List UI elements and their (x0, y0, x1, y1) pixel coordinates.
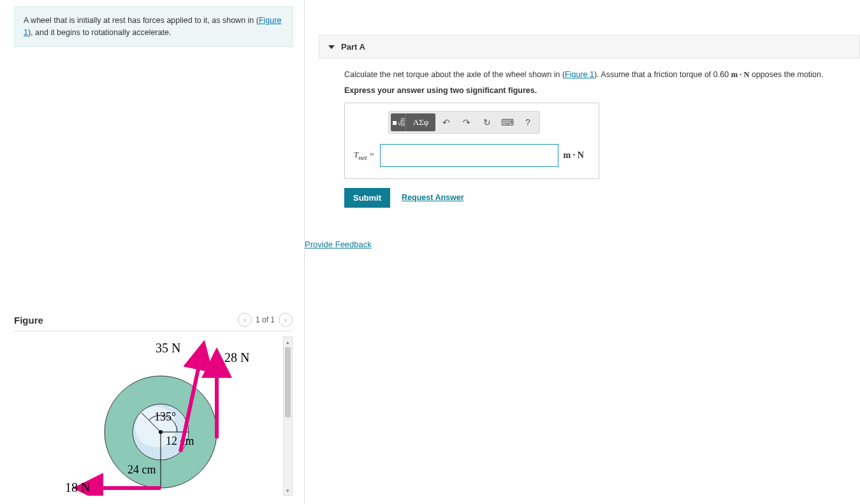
equation-toolbar: √ ΑΣφ ↶ ↷ ↻ ⌨ ? (388, 111, 540, 134)
answer-panel: √ ΑΣφ ↶ ↷ ↻ ⌨ ? Tnet = (344, 103, 599, 179)
part-title: Part A (341, 42, 365, 52)
problem-statement: A wheel that is initially at rest has fo… (14, 6, 293, 47)
collapse-caret-icon (328, 45, 335, 49)
scroll-down-icon[interactable]: ▾ (284, 486, 292, 495)
undo-button[interactable]: ↶ (437, 113, 456, 131)
figure-nav: ‹ 1 of 1 › (238, 313, 293, 327)
part-a-header[interactable]: Part A (319, 35, 860, 59)
answer-input[interactable] (380, 144, 558, 167)
reset-button[interactable]: ↻ (477, 113, 497, 131)
figure-next-button[interactable]: › (279, 313, 293, 327)
force-35-label: 35 N (156, 341, 180, 355)
force-28-label: 28 N (224, 350, 249, 364)
answer-unit: m · N (564, 150, 584, 161)
redo-button[interactable]: ↷ (457, 113, 476, 131)
figure-scrollbar[interactable]: ▴ ▾ (283, 336, 293, 496)
request-answer-link[interactable]: Request Answer (402, 193, 463, 202)
templates-icon: √ (392, 117, 405, 127)
wheel-diagram: 24 cm 12 cm 135° 35 N (46, 336, 275, 496)
figure-counter: 1 of 1 (256, 315, 275, 324)
problem-text-before: A wheel that is initially at rest has fo… (24, 16, 259, 25)
figure-panel: Figure ‹ 1 of 1 › (14, 313, 293, 504)
figure-link-2[interactable]: Figure 1 (565, 70, 594, 79)
angle-label: 135° (154, 410, 176, 423)
submit-button[interactable]: Submit (344, 188, 390, 208)
svg-rect-12 (402, 119, 404, 121)
question-text: Calculate the net torque about the axle … (344, 69, 851, 81)
keyboard-button[interactable]: ⌨ (498, 113, 517, 131)
figure-prev-button[interactable]: ‹ (238, 313, 252, 327)
answer-variable-label: Tnet = (354, 150, 375, 161)
outer-radius-label: 24 cm (128, 463, 156, 476)
scroll-up-icon[interactable]: ▴ (284, 337, 292, 347)
svg-rect-10 (393, 121, 397, 125)
force-18-label: 18 N (65, 480, 90, 494)
help-button[interactable]: ? (518, 113, 537, 131)
problem-text-after: ), and it begins to rotationally acceler… (28, 28, 171, 37)
scroll-thumb[interactable] (285, 347, 291, 417)
provide-feedback-link[interactable]: Provide Feedback (305, 240, 372, 249)
svg-rect-13 (402, 123, 404, 126)
figure-title: Figure (14, 315, 43, 326)
greek-button[interactable]: ΑΣφ (406, 113, 435, 131)
answer-instruction: Express your answer using two significan… (344, 86, 851, 95)
templates-button[interactable]: √ (391, 113, 406, 131)
